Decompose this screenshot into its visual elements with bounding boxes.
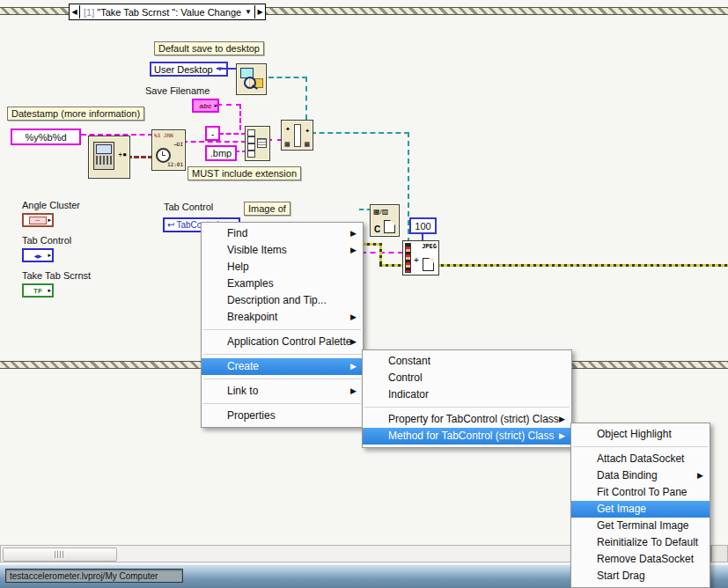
menu-item-find[interactable]: Find▶ — [202, 225, 363, 242]
scrollbar-corner — [711, 545, 728, 562]
menu-separator — [364, 407, 570, 408]
menu-item-label: Constant — [388, 355, 430, 367]
boolean-glyph: TF — [33, 287, 42, 295]
menu-item-get-terminal-image[interactable]: Get Terminal Image — [571, 518, 710, 534]
format-glyph-3: 12:01 — [167, 161, 183, 167]
scrollbar-grip-icon — [55, 551, 63, 558]
build-path-node[interactable]: ✦ ✦ ▩ ▩ — [281, 120, 313, 151]
event-dropdown-icon[interactable]: ▼ — [245, 8, 252, 16]
menu-item-control[interactable]: Control — [363, 370, 571, 386]
menu-item-label: Property for TabControl (strict) Class — [388, 413, 559, 425]
format-datetime-node[interactable]: %3 JRN →DI 12:01 — [151, 129, 186, 171]
menu-item-application-control-palette[interactable]: Application Control Palette▶ — [202, 334, 363, 350]
menu-item-label: Fit Control To Pane — [597, 486, 688, 498]
taskbar-button[interactable]: testaccelerometer.lvproj/My Computer — [5, 569, 183, 583]
comment-datestamp: Datestamp (more information) — [7, 107, 144, 121]
label-take-tab-scrnst: Take Tab Scrnst — [22, 270, 91, 281]
menu-separator — [203, 379, 361, 379]
submenu-arrow-icon: ▶ — [559, 428, 565, 445]
menu-item-start-drag[interactable]: Start Drag — [571, 568, 710, 584]
wire-error — [379, 243, 382, 266]
event-index: [1] — [84, 7, 94, 18]
labview-block-diagram: ◀ [1] "Take Tab Scrnst ": Value Change ▼… — [0, 0, 728, 588]
file-icon — [423, 258, 434, 271]
concatenate-strings-node[interactable] — [245, 126, 270, 161]
menu-item-visible-items[interactable]: Visible Items▶ — [202, 242, 363, 259]
menu-item-method-for-tabcontrol-strict-class[interactable]: Method for TabControl (strict) Class▶ — [363, 428, 571, 445]
comment-default-save: Default save to desktop — [154, 41, 264, 55]
menu-item-create[interactable]: Create▶ — [202, 358, 363, 375]
menu-item-remove-datasocket[interactable]: Remove DataSocket — [571, 551, 710, 568]
menu-separator — [203, 403, 361, 404]
cfile-letter: C — [374, 224, 380, 234]
submenu-arrow-icon: ▶ — [350, 242, 357, 259]
wire-path — [311, 132, 409, 134]
get-image-data-node[interactable]: ▦/▨ C — [370, 204, 400, 237]
wire-enum — [217, 68, 238, 70]
event-name: "Take Tab Scrnst ": Value Change — [97, 7, 242, 18]
menu-item-label: Link to — [227, 385, 258, 397]
menu-item-description-and-tip[interactable]: Description and Tip... — [202, 292, 363, 309]
menu-item-label: Attach DataSocket — [597, 452, 684, 465]
menu-item-breakpoint[interactable]: Breakpoint▶ — [202, 309, 363, 326]
save-filename-terminal[interactable]: abc ▸ — [192, 99, 219, 113]
take-tab-scrnst-terminal[interactable]: TF ▸ — [22, 283, 54, 298]
menu-item-indicator[interactable]: Indicator — [363, 386, 571, 403]
quality-constant[interactable]: 100 — [409, 217, 437, 234]
quality-value: 100 — [415, 221, 430, 232]
plus-glyph: + — [414, 255, 419, 265]
get-datetime-node[interactable]: +▪ — [88, 136, 130, 179]
menu-item-get-image[interactable]: Get Image — [571, 501, 710, 518]
terminal-arrow-icon: ▸ — [48, 250, 51, 261]
datetime-glyph: +▪ — [118, 151, 127, 158]
bmp-value: .bmp — [210, 148, 232, 158]
menu-item-label: Reinitialize To Default — [597, 536, 698, 548]
menu-item-fit-control-to-pane[interactable]: Fit Control To Pane — [571, 484, 710, 501]
scrollbar-thumb[interactable] — [3, 548, 117, 562]
create-submenu: ConstantControlIndicatorProperty for Tab… — [362, 349, 572, 448]
menu-item-properties[interactable]: Properties — [202, 408, 363, 424]
menu-item-label: Control — [388, 371, 423, 384]
menu-item-help[interactable]: Help — [202, 259, 363, 276]
submenu-arrow-icon: ▶ — [559, 411, 565, 428]
wire-timestamp — [127, 156, 153, 158]
file-dialog-node[interactable] — [236, 63, 267, 95]
menu-item-label: Remove DataSocket — [597, 553, 694, 565]
menu-item-reinitialize-to-default[interactable]: Reinitialize To Default — [571, 534, 710, 551]
menu-item-property-for-tabcontrol-strict-class[interactable]: Property for TabControl (strict) Class▶ — [363, 411, 571, 428]
date-format-constant[interactable]: %y%b%d — [11, 129, 81, 145]
menu-item-object-highlight[interactable]: Object Highlight — [571, 426, 710, 443]
wire-path — [268, 77, 307, 78]
dash-value: - — [211, 129, 215, 139]
menu-item-constant[interactable]: Constant — [363, 353, 571, 370]
menu-separator — [203, 329, 361, 330]
wire-string — [182, 141, 246, 143]
menu-item-link-to[interactable]: Link to▶ — [202, 383, 363, 400]
menu-item-label: Description and Tip... — [227, 294, 327, 306]
menu-item-label: Create — [227, 360, 259, 372]
angle-cluster-terminal[interactable]: ▪▪▪ ▸ — [22, 213, 54, 227]
taskbar-button-label: testaccelerometer.lvproj/My Computer — [10, 571, 158, 581]
event-selector[interactable]: ◀ [1] "Take Tab Scrnst ": Value Change ▼… — [69, 4, 266, 20]
menu-item-label: Breakpoint — [227, 311, 277, 323]
label-tab-control: Tab Control — [22, 235, 71, 246]
wire-path — [408, 132, 409, 243]
comment-image-of: Image of — [244, 202, 290, 216]
menu-item-label: Help — [227, 261, 249, 273]
write-jpeg-node[interactable]: JPEG + — [402, 240, 439, 276]
comment-must-include: MUST include extension — [188, 166, 301, 180]
file-icon — [384, 220, 395, 233]
next-event-arrow-icon[interactable]: ▶ — [254, 5, 265, 18]
terminal-arrow-icon: ▸ — [48, 215, 51, 225]
bmp-constant[interactable]: .bmp — [205, 145, 237, 161]
menu-item-label: Examples — [227, 277, 274, 290]
menu-item-attach-datasocket[interactable]: Attach DataSocket — [571, 451, 710, 467]
menu-item-examples[interactable]: Examples — [202, 276, 363, 292]
format-glyph-1: %3 JRN — [154, 132, 173, 138]
enum-value: User Desktop — [154, 64, 213, 75]
submenu-arrow-icon: ▶ — [350, 334, 357, 350]
menu-item-data-binding[interactable]: Data Binding▶ — [571, 467, 710, 484]
refnum-hook-icon: ↩ — [167, 220, 174, 230]
tab-control-terminal[interactable]: ◀▶ ▸ — [22, 248, 54, 262]
prev-event-arrow-icon[interactable]: ◀ — [70, 5, 80, 18]
